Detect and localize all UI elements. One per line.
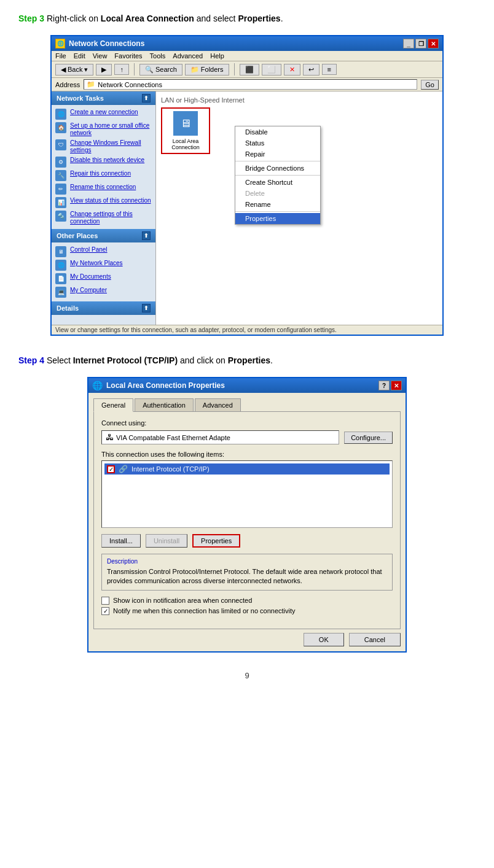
- nc-menu-edit[interactable]: Edit: [74, 52, 85, 60]
- nc-move-btn[interactable]: ⬛: [240, 64, 259, 76]
- nc-place-mynetwork[interactable]: 🌐 My Network Places: [55, 258, 152, 272]
- lacprop-description-text: Transmission Control Protocol/Internet P…: [107, 567, 387, 586]
- nc-context-bridge[interactable]: Bridge Connections: [235, 163, 320, 174]
- nc-task-firewall[interactable]: 🛡 Change Windows Firewall settings: [55, 138, 152, 155]
- nc-menu-advanced[interactable]: Advanced: [173, 52, 203, 60]
- nc-back-btn[interactable]: ◀ Back ▾: [55, 64, 93, 76]
- nc-place-mycomputer-label: My Computer: [70, 287, 107, 294]
- nc-context-status[interactable]: Status: [235, 138, 320, 149]
- lacprop-properties-btn[interactable]: Properties: [192, 534, 240, 548]
- nc-titlebar: 🌐 Network Connections _ ❐ ✕: [52, 36, 442, 51]
- lacprop-device-name: VIA Compatable Fast Ethernet Adapte: [116, 434, 230, 441]
- lacprop-tab-general[interactable]: General: [93, 398, 133, 412]
- nc-place-controlpanel[interactable]: 🖥 Control Panel: [55, 245, 152, 258]
- nc-context-shortcut[interactable]: Create Shortcut: [235, 177, 320, 188]
- nc-back-icon: ◀: [61, 66, 66, 74]
- lacprop-device-icon: 🖧: [106, 433, 114, 442]
- lacprop-uninstall-btn[interactable]: Uninstall: [146, 534, 187, 548]
- nc-menu-help[interactable]: Help: [210, 52, 224, 60]
- lacprop-ok-btn[interactable]: OK: [304, 633, 344, 646]
- nc-context-properties[interactable]: Properties: [235, 213, 320, 224]
- nc-other-places-collapse[interactable]: ⬆: [142, 231, 151, 240]
- nc-task-create[interactable]: 🌐 Create a new connection: [55, 107, 152, 121]
- lacprop-close-btn[interactable]: ✕: [391, 381, 402, 390]
- nc-restore-btn[interactable]: ❐: [415, 39, 426, 48]
- lacprop-titlebar-buttons: ? ✕: [378, 381, 402, 390]
- nc-context-disable[interactable]: Disable: [235, 126, 320, 138]
- nc-task-home[interactable]: 🏠 Set up a home or small office network: [55, 121, 152, 138]
- nc-place-mycomputer[interactable]: 💻 My Computer: [55, 285, 152, 299]
- lacprop-check-notify[interactable]: [101, 607, 109, 615]
- nc-place-mydocs[interactable]: 📄 My Documents: [55, 272, 152, 285]
- nc-undo-btn[interactable]: ↩: [303, 64, 320, 76]
- nc-go-btn[interactable]: Go: [421, 80, 439, 90]
- nc-addressbar: Address 📁 Network Connections Go: [52, 78, 442, 91]
- nc-local-area-icon[interactable]: 🖥 Local AreaConnection: [161, 107, 210, 154]
- nc-network-tasks-collapse[interactable]: ⬆: [142, 94, 151, 103]
- step3-text2: and select: [194, 14, 238, 23]
- nc-place-mydocs-icon: 📄: [55, 273, 66, 284]
- nc-context-sep1: [235, 161, 320, 161]
- lacprop-window-title: Local Area Connection Properties: [106, 381, 225, 390]
- lacprop-checkboxes: Show icon in notification area when conn…: [101, 597, 393, 615]
- nc-task-repair-label: Repair this connection: [70, 170, 131, 177]
- nc-views-btn[interactable]: ≡: [322, 64, 337, 75]
- lacprop-help-btn[interactable]: ?: [378, 381, 390, 390]
- nc-menu-view[interactable]: View: [93, 52, 108, 60]
- nc-task-repair-icon: 🔧: [55, 170, 66, 181]
- nc-search-btn[interactable]: 🔍 Search: [139, 64, 182, 76]
- nc-menu-tools[interactable]: Tools: [150, 52, 166, 60]
- nc-delete-btn[interactable]: ✕: [284, 64, 300, 76]
- nc-place-mynetwork-icon: 🌐: [55, 260, 66, 271]
- nc-minimize-btn[interactable]: _: [403, 39, 414, 48]
- lacprop-description-legend: Description: [107, 558, 387, 565]
- nc-place-mynetwork-label: My Network Places: [70, 260, 123, 267]
- nc-folders-btn[interactable]: 📁 Folders: [185, 64, 229, 76]
- nc-details-collapse[interactable]: ⬆: [142, 304, 151, 312]
- lacprop-configure-btn[interactable]: Configure...: [344, 432, 393, 444]
- lacprop-items-list: 🔗 Internet Protocol (TCP/IP): [101, 460, 393, 528]
- nc-network-tasks-panel: Network Tasks ⬆ 🌐 Create a new connectio…: [52, 91, 155, 229]
- nc-forward-btn[interactable]: ▶: [96, 64, 112, 76]
- nc-menubar: File Edit View Favorites Tools Advanced …: [52, 51, 442, 61]
- nc-network-tasks-label: Network Tasks: [57, 95, 104, 102]
- lacprop-install-btn[interactable]: Install...: [101, 534, 141, 548]
- step4-text2: and click on: [178, 355, 228, 365]
- nc-toolbar-sep1: [134, 63, 135, 76]
- nc-task-status[interactable]: 📊 View status of this connection: [55, 196, 152, 209]
- lacprop-connect-label: Connect using:: [101, 419, 393, 427]
- lacprop-ok-cancel: OK Cancel: [88, 629, 406, 651]
- lacprop-tab-advanced[interactable]: Advanced: [195, 398, 241, 412]
- nc-task-disable-label: Disable this network device: [70, 157, 144, 164]
- lacprop-titlebar: 🌐 Local Area Connection Properties ? ✕: [88, 378, 406, 393]
- lacprop-tab-authentication[interactable]: Authentication: [135, 398, 194, 412]
- nc-other-places-items: 🖥 Control Panel 🌐 My Network Places 📄 My…: [52, 242, 155, 301]
- nc-task-repair[interactable]: 🔧 Repair this connection: [55, 169, 152, 182]
- step4-bold1: Internet Protocol (TCP/IP): [73, 355, 178, 365]
- nc-copy-btn[interactable]: ⬜: [262, 64, 281, 76]
- nc-task-status-icon: 📊: [55, 197, 66, 208]
- nc-up-icon: ↑: [120, 66, 124, 73]
- lacprop-tcpip-checkbox[interactable]: [107, 465, 115, 473]
- nc-task-rename-label: Rename this connection: [70, 184, 136, 191]
- nc-task-settings[interactable]: 🔩 Change settings of this connection: [55, 209, 152, 227]
- lacprop-description-group: Description Transmission Control Protoco…: [101, 554, 393, 591]
- nc-context-repair[interactable]: Repair: [235, 149, 320, 160]
- nc-context-rename[interactable]: Rename: [235, 199, 320, 210]
- step4-screenshot: 🌐 Local Area Connection Properties ? ✕ G…: [18, 377, 476, 653]
- nc-up-btn[interactable]: ↑: [114, 64, 129, 75]
- nc-close-btn[interactable]: ✕: [428, 39, 439, 48]
- nc-address-label: Address: [55, 81, 80, 88]
- lacprop-cancel-btn[interactable]: Cancel: [349, 633, 401, 646]
- nc-task-rename[interactable]: ✏ Rename this connection: [55, 182, 152, 196]
- nc-context-delete: Delete: [235, 188, 320, 199]
- lacprop-check-notif-icon[interactable]: [101, 597, 109, 605]
- nc-menu-file[interactable]: File: [55, 52, 66, 60]
- nc-left-panel: Network Tasks ⬆ 🌐 Create a new connectio…: [52, 91, 156, 325]
- nc-undo-icon: ↩: [308, 66, 314, 74]
- nc-folders-label: Folders: [201, 66, 224, 73]
- nc-task-disable[interactable]: ⚙ Disable this network device: [55, 155, 152, 169]
- nc-menu-favorites[interactable]: Favorites: [114, 52, 142, 60]
- lacprop-list-item-tcpip[interactable]: 🔗 Internet Protocol (TCP/IP): [104, 463, 390, 475]
- nc-address-field[interactable]: 📁 Network Connections: [84, 79, 417, 90]
